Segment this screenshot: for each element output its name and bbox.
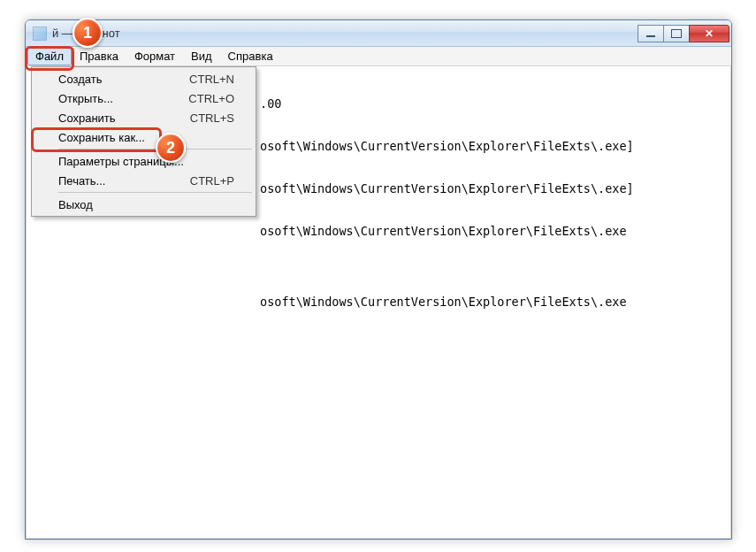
file-menu-dropdown: Создать CTRL+N Открыть... CTRL+O Сохрани… — [31, 66, 256, 217]
menu-item-shortcut: CTRL+S — [190, 111, 234, 125]
menu-item-label: Сохранить — [58, 111, 116, 125]
menu-item-shortcut: CTRL+P — [190, 174, 234, 188]
menu-view[interactable]: Вид — [183, 47, 220, 65]
menu-item-print[interactable]: Печать... CTRL+P — [34, 171, 254, 190]
menubar: Файл Правка Формат Вид Справка — [26, 47, 731, 66]
menu-format[interactable]: Формат — [126, 47, 183, 65]
titlebar[interactable]: й — Блокнот — [26, 20, 731, 47]
menu-item-new[interactable]: Создать CTRL+N — [34, 69, 254, 88]
window-controls — [638, 25, 729, 42]
maximize-button[interactable] — [663, 25, 690, 42]
menu-item-label: Выход — [58, 198, 93, 211]
menu-item-shortcut: CTRL+N — [189, 73, 234, 86]
close-button[interactable] — [689, 25, 729, 42]
menu-edit[interactable]: Правка — [72, 47, 126, 65]
menu-file[interactable]: Файл — [27, 47, 72, 65]
window-title: й — Блокнот — [52, 27, 120, 40]
menu-item-label: Создать — [58, 73, 102, 86]
menu-separator — [58, 192, 252, 193]
menu-item-shortcut: CTRL+O — [188, 92, 234, 105]
text-line: osoft\Windows\CurrentVersion\Explorer\Fi… — [30, 224, 727, 238]
minimize-button[interactable] — [638, 25, 664, 42]
menu-help[interactable]: Справка — [220, 47, 281, 65]
menu-item-open[interactable]: Открыть... CTRL+O — [34, 88, 254, 108]
menu-item-label: Печать... — [58, 174, 105, 188]
menu-item-label: Параметры страницы... — [58, 155, 184, 168]
menu-item-page-setup[interactable]: Параметры страницы... — [34, 151, 254, 171]
menu-item-label: Сохранить как... — [58, 131, 145, 144]
menu-separator — [58, 149, 252, 150]
menu-item-save-as[interactable]: Сохранить как... — [34, 127, 254, 147]
menu-item-label: Открыть... — [58, 92, 113, 105]
menu-item-exit[interactable]: Выход — [34, 195, 254, 214]
app-icon — [33, 27, 47, 41]
menu-item-save[interactable]: Сохранить CTRL+S — [34, 108, 254, 127]
text-line: osoft\Windows\CurrentVersion\Explorer\Fi… — [30, 295, 727, 309]
